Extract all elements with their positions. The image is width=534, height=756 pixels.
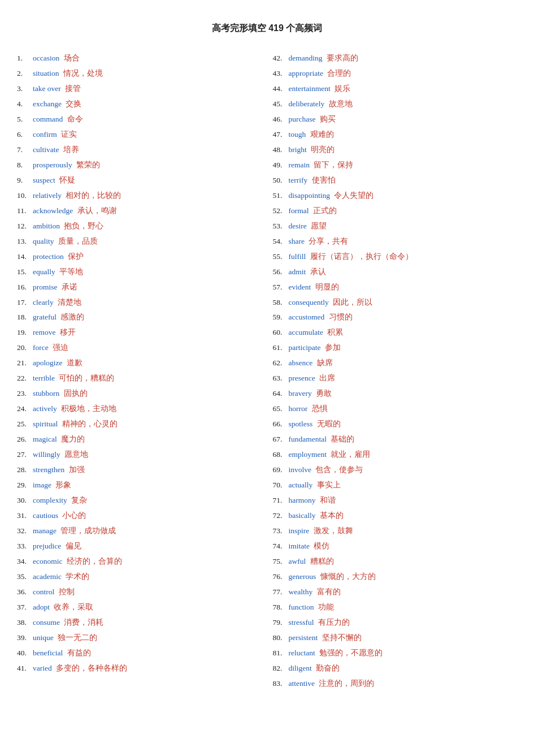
item-number: 35. (17, 570, 33, 584)
list-item: 23.stubborn 固执的 (17, 387, 262, 401)
item-number: 83. (273, 677, 289, 691)
list-item: 42.demanding 要求高的 (273, 51, 518, 66)
item-chinese: 愿意地 (63, 448, 88, 462)
item-english: prosperously (33, 158, 72, 172)
item-number: 39. (17, 631, 33, 645)
item-english: deliberately (289, 97, 325, 111)
item-chinese: 交换 (64, 97, 81, 111)
item-chinese: 基础的 (329, 433, 354, 447)
item-chinese: 命令 (65, 113, 83, 127)
list-item: 5.command 命令 (17, 113, 262, 127)
item-chinese: 勉强的，不愿意的 (318, 646, 383, 660)
list-item: 49.remain 留下，保持 (273, 158, 518, 172)
item-number: 4. (17, 97, 33, 111)
list-item: 56.admit 承认 (273, 265, 518, 279)
item-chinese: 习惯的 (327, 310, 352, 325)
item-number: 71. (273, 494, 289, 508)
item-english: exchange (33, 97, 62, 111)
item-english: remove (33, 326, 55, 340)
item-number: 14. (17, 250, 33, 264)
item-english: formal (289, 204, 309, 218)
item-chinese: 糟糕的 (308, 555, 333, 569)
item-number: 21. (17, 356, 33, 370)
item-chinese: 无暇的 (315, 417, 340, 431)
list-item: 69.involve 包含，使参与 (273, 463, 518, 477)
item-chinese: 证实 (59, 128, 77, 142)
list-item: 13.quality 质量，品质 (17, 235, 262, 249)
item-chinese: 接管 (63, 82, 81, 96)
item-number: 9. (17, 174, 33, 188)
item-english: quality (33, 235, 54, 249)
item-number: 67. (273, 433, 289, 447)
item-english: remain (289, 158, 310, 172)
item-chinese: 有压力的 (316, 616, 350, 630)
item-english: diligent (289, 662, 312, 676)
list-item: 50.terrify 使害怕 (273, 174, 518, 188)
list-item: 62.absence 缺席 (273, 356, 518, 370)
list-item: 27.willingly 愿意地 (17, 448, 262, 462)
item-number: 64. (273, 387, 289, 401)
item-chinese: 管理，成功做成 (59, 524, 116, 538)
item-chinese: 就业，雇用 (329, 448, 370, 462)
item-number: 46. (273, 113, 289, 127)
item-chinese: 和谐 (318, 494, 336, 508)
left-column: 1.occasion 场合2.situation 情况，处境3.take ove… (17, 51, 262, 691)
item-english: acknowledge (33, 204, 73, 218)
list-item: 30.complexity 复杂 (17, 494, 262, 508)
list-item: 73.inspire 激发，鼓舞 (273, 524, 518, 538)
item-chinese: 参加 (323, 341, 340, 355)
list-item: 20.force 强迫 (17, 341, 262, 355)
item-number: 59. (273, 310, 289, 325)
item-number: 40. (17, 646, 33, 660)
item-number: 65. (273, 402, 289, 416)
item-english: manage (33, 524, 57, 538)
list-item: 9.suspect 怀疑 (17, 174, 262, 188)
item-chinese: 可怕的，糟糕的 (57, 371, 114, 386)
list-item: 26.magical 魔力的 (17, 433, 262, 447)
list-item: 35.academic 学术的 (17, 570, 262, 584)
item-english: generous (289, 570, 316, 584)
item-english: fundamental (289, 433, 327, 447)
item-english: admit (289, 265, 306, 279)
item-english: promise (33, 280, 58, 295)
item-number: 31. (17, 509, 33, 523)
item-number: 56. (273, 265, 289, 279)
item-number: 19. (17, 326, 33, 340)
list-item: 58.consequently 因此，所以 (273, 296, 518, 310)
item-english: wealthy (289, 585, 313, 599)
item-number: 27. (17, 448, 33, 462)
item-english: bright (289, 143, 307, 157)
item-english: involve (289, 463, 312, 477)
list-item: 80.persistent 坚持不懈的 (273, 631, 518, 645)
item-number: 61. (273, 341, 289, 355)
item-number: 28. (17, 463, 33, 477)
item-number: 11. (17, 204, 33, 218)
item-number: 13. (17, 235, 33, 249)
item-chinese: 移开 (58, 326, 75, 340)
item-english: protection (33, 250, 64, 264)
list-item: 52.formal 正式的 (273, 204, 518, 218)
list-item: 63.presence 出席 (273, 371, 518, 386)
item-english: employment (289, 448, 327, 462)
list-item: 3.take over 接管 (17, 82, 262, 96)
item-english: consume (33, 616, 60, 630)
item-number: 7. (17, 143, 33, 157)
item-chinese: 包含，使参与 (314, 463, 363, 477)
item-number: 81. (273, 646, 289, 660)
item-number: 32. (17, 524, 33, 538)
item-number: 12. (17, 219, 33, 234)
item-number: 80. (273, 631, 289, 645)
item-number: 44. (273, 82, 289, 96)
list-item: 61.participate 参加 (273, 341, 518, 355)
item-chinese: 履行（诺言），执行（命令） (308, 250, 413, 264)
item-number: 73. (273, 524, 289, 538)
item-chinese: 事实上 (315, 478, 340, 493)
item-number: 74. (273, 539, 289, 554)
item-chinese: 留下，保持 (312, 158, 353, 172)
list-item: 60.accumulate 积累 (273, 326, 518, 340)
item-chinese: 质量，品质 (57, 235, 98, 249)
item-number: 75. (273, 555, 289, 569)
item-chinese: 感激的 (59, 310, 84, 325)
item-chinese: 使害怕 (310, 174, 335, 188)
list-item: 65.horror 恐惧 (273, 402, 518, 416)
